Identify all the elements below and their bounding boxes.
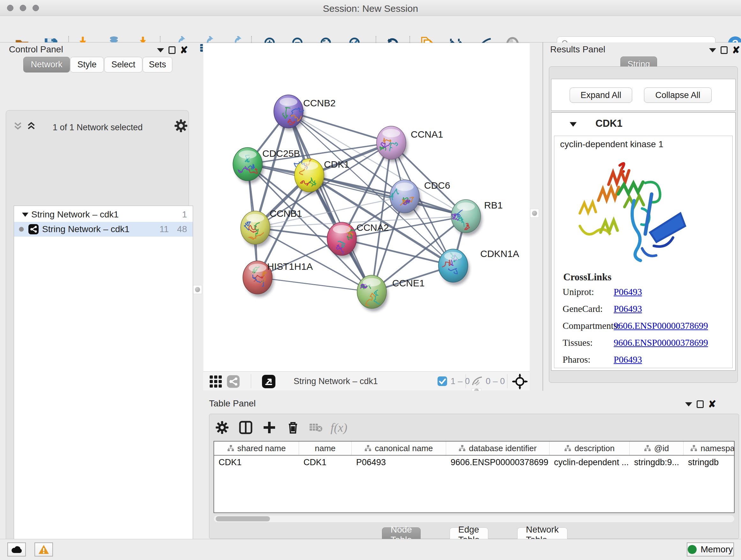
node-HIST1H1A[interactable]: HIST1H1A [243,261,313,297]
column-type-icon [690,445,697,452]
column-header-database-identifier[interactable]: database identifier [446,442,549,455]
column-header-@id[interactable]: @id [630,442,684,455]
toolbar-separator [507,374,508,388]
create-column-icon[interactable] [260,419,278,436]
node-CCNE1[interactable]: CCNE1 [357,275,425,311]
table-options-gear-icon[interactable] [213,419,231,436]
column-type-icon [364,445,372,452]
results-panel-close-icon[interactable]: ✘ [732,46,740,54]
node-CCNB1[interactable]: CCNB1 [241,208,302,247]
results-buttons-row: Expand All Collapse All [551,79,736,111]
node-result-card: CDK1 cyclin-dependent kinase 1 [551,112,736,371]
tab-style[interactable]: Style [70,57,104,72]
network-selection-status: 1 of 1 Network selected [6,123,189,132]
node-CCNA1[interactable]: CCNA1 [377,126,443,162]
left-splitter-handle[interactable] [193,285,202,294]
collapse-all-button[interactable]: Collapse All [644,87,712,103]
control-panel-close-icon[interactable]: ✘ [180,46,188,54]
title-bar: Session: New Session [0,0,741,16]
node-card-collapse-icon[interactable] [569,121,577,127]
toolbar-separator [251,374,251,388]
memory-button[interactable]: Memory [687,543,734,557]
delete-table-icon [307,419,325,436]
cell-canonical-name[interactable]: P06493 [352,455,446,469]
crosslink-link[interactable]: 9606.ENSP00000378699 [614,320,708,331]
function-builder-icon: f(x) [330,419,348,436]
node-CCNA2[interactable]: CCNA2 [327,222,389,258]
column-header-name[interactable]: name [299,442,352,455]
results-panel-title: Results Panel [550,44,605,55]
open-in-window-icon[interactable] [261,374,276,389]
string-view-icon[interactable] [226,375,240,388]
cell-description[interactable]: cyclin-dependent ... [549,455,630,469]
network-collection-row[interactable]: String Network – cdk1 1 [14,207,193,222]
results-panel-float-icon[interactable] [721,46,728,54]
node-label-CCNE1: CCNE1 [392,278,425,288]
control-panel-menu-icon[interactable] [157,48,164,52]
birds-eye-view-icon[interactable] [512,374,528,389]
network-row-selected[interactable]: String Network – cdk1 11 48 [14,222,193,237]
string-results-card: Expand All Collapse All CDK1 cyclin-depe… [549,66,738,383]
table-panel-title: Table Panel [209,398,256,409]
node-label-HIST1H1A: HIST1H1A [267,261,313,272]
cell-shared-name[interactable]: CDK1 [214,455,299,469]
crosslink-label: Uniprot: [554,287,614,297]
selected-checkbox-icon[interactable] [437,376,448,386]
crosslink-link[interactable]: P06493 [614,304,642,314]
tab-select[interactable]: Select [105,57,142,72]
column-header-shared-name[interactable]: shared name [214,442,299,455]
warnings-button[interactable] [35,543,53,557]
table-horizontal-scrollbar[interactable] [213,515,735,523]
results-panel-menu-icon[interactable] [709,48,716,52]
node-description: cyclin-dependent kinase 1 [560,139,664,149]
crosslink-link[interactable]: 9606.ENSP00000378699 [614,337,708,348]
network-graph[interactable]: CCNB2CCNA1CDC25BCDK1CDC6RB1CCNB1CCNA2CDK… [203,43,530,372]
table-header-row: shared namenamecanonical namedatabase id… [214,442,734,455]
cell-database-identifier[interactable]: 9606.ENSP00000378699 [446,455,549,469]
collection-expand-icon[interactable] [22,212,31,217]
collection-count: 1 [182,209,187,220]
node-CDKN1A[interactable]: CDKN1A [439,248,519,285]
cell-namespace[interactable]: stringdb [684,455,735,469]
results-panel: Results Panel ✘ String Expand All Collap… [542,43,741,391]
table-panel-menu-icon[interactable] [685,402,692,407]
node-table[interactable]: shared namenamecanonical namedatabase id… [213,441,735,513]
column-header-canonical-name[interactable]: canonical name [352,442,446,455]
network-options-gear-icon[interactable] [175,119,187,132]
node-CDK1[interactable]: CDK1 [294,159,349,195]
delete-column-trash-icon[interactable] [284,419,302,436]
crosslink-link[interactable]: P06493 [614,287,642,297]
selected-node-edge-counts: 1 – 0 [451,376,470,386]
control-panel-float-icon[interactable] [169,46,176,54]
node-label-RB1: RB1 [484,200,502,210]
cell-@id[interactable]: stringdb:9... [630,455,684,469]
expand-all-button[interactable]: Expand All [569,87,632,103]
node-label-CCNB1: CCNB1 [270,208,302,219]
right-splitter-handle[interactable] [530,209,539,218]
cloud-button[interactable] [7,543,26,557]
status-bar: Memory [0,539,741,560]
crosslink-link[interactable]: P06493 [614,354,642,365]
table-panel-close-icon[interactable]: ✘ [708,400,716,408]
table-panel-float-icon[interactable] [697,400,704,408]
tab-sets[interactable]: Sets [143,57,172,72]
control-panel-title: Control Panel [9,44,63,55]
node-label-CDC25B: CDC25B [262,148,300,159]
node-RB1[interactable]: RB1 [451,199,502,236]
node-CCNB2[interactable]: CCNB2 [274,95,336,131]
table-panel: Table Panel ✘ f(x) shared nam [203,391,741,539]
node-label-CCNA2: CCNA2 [356,222,389,233]
scrollbar-thumb[interactable] [216,516,270,521]
column-header-description[interactable]: description [549,442,630,455]
cell-name[interactable]: CDK1 [299,455,352,469]
column-type-icon [227,445,234,452]
show-columns-icon[interactable] [237,419,255,436]
crosslink-row: Tissues:9606.ENSP00000378699 [554,334,733,351]
table-row[interactable]: CDK1CDK1P064939606.ENSP00000378699cyclin… [214,455,734,469]
network-canvas[interactable]: CCNB2CCNA1CDC25BCDK1CDC6RB1CCNB1CCNA2CDK… [203,43,530,371]
edge-HIST1H1A-CCNE1[interactable] [258,277,372,292]
tab-network[interactable]: Network [23,57,70,72]
app-window: Session: New Session [0,0,741,560]
grid-view-icon[interactable] [209,375,222,388]
column-header-namespace[interactable]: namespace [684,442,735,455]
